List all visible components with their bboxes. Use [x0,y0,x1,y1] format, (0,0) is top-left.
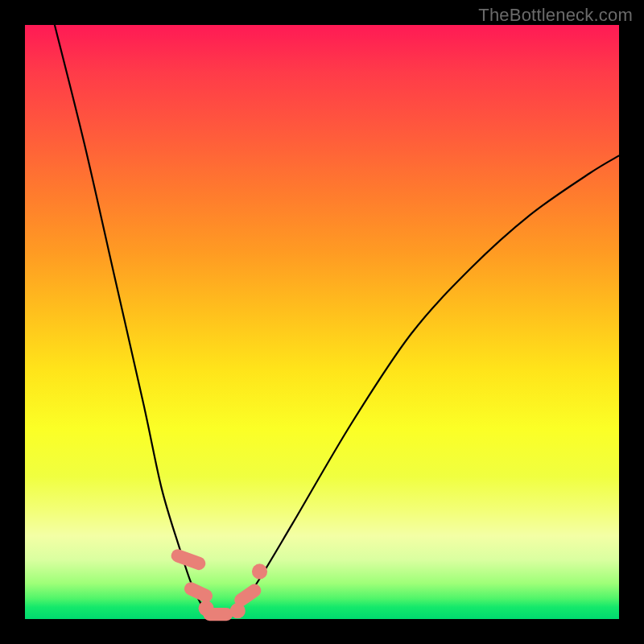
marker-segment [203,608,233,621]
curve-layer [25,25,619,619]
marker-layer [169,547,267,621]
plot-area [25,25,619,619]
chart-frame: TheBottleneck.com [0,0,644,644]
marker-segment [169,547,207,572]
watermark-text: TheBottleneck.com [478,5,633,26]
bottleneck-curve [55,25,619,621]
marker-dot [252,564,267,579]
